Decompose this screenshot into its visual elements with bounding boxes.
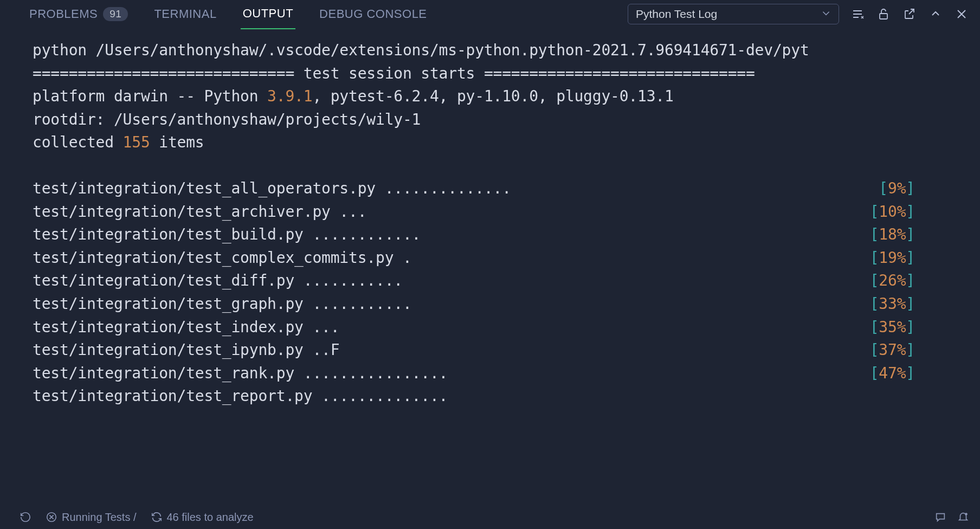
test-progress-value: 37% [879,339,906,362]
problems-count-badge: 91 [103,7,128,21]
test-path: test/integration/test_build.py .........… [33,223,421,247]
test-progress: [ 19%] [870,247,980,270]
status-running-tests[interactable]: Running Tests / [46,511,137,524]
test-result-line: test/integration/test_graph.py .........… [33,293,980,316]
svg-point-2 [965,513,968,515]
test-progress: [ 35%] [870,316,980,339]
status-bar-left: Running Tests / 46 files to analyze [20,511,920,524]
tab-problems-label: PROBLEMS [29,7,98,21]
open-log-file-icon[interactable] [902,7,917,22]
test-progress-value: 35% [879,316,906,339]
test-path: test/integration/test_rank.py ..........… [33,362,448,385]
output-line-platform: platform darwin -- Python 3.9.1, pytest-… [33,85,980,108]
output-line-rootdir: rootdir: /Users/anthonyshaw/projects/wil… [33,108,980,132]
test-result-line: test/integration/test_ipynb.py ..F[ 37%] [33,339,980,362]
test-progress: [ 33%] [870,293,980,316]
status-feedback[interactable] [934,511,946,523]
test-progress-value: 9% [888,177,906,201]
status-bar-right [934,511,969,523]
close-circle-icon [46,511,57,523]
output-cmd-text: python /Users/anthonyshaw/.vscode/extens… [33,39,809,62]
status-files-to-analyze[interactable]: 46 files to analyze [151,511,254,524]
output-content[interactable]: python /Users/anthonyshaw/.vscode/extens… [0,28,980,505]
refresh-icon [151,511,163,523]
test-progress-value: 26% [879,269,906,293]
test-result-line: test/integration/test_diff.py ..........… [33,269,980,293]
tab-debug-console-label: DEBUG CONSOLE [319,7,427,21]
test-result-line: test/integration/test_complex_commits.py… [33,247,980,270]
panel-tab-bar: PROBLEMS 91 TERMINAL OUTPUT DEBUG CONSOL… [0,0,980,28]
tab-problems[interactable]: PROBLEMS 91 [27,0,130,29]
test-path: test/integration/test_graph.py .........… [33,293,412,316]
test-progress-value: 18% [879,223,906,247]
output-blank-line [33,154,980,178]
test-progress-value: 10% [879,201,906,224]
output-channel-selected: Python Test Log [636,8,717,21]
test-path: test/integration/test_complex_commits.py… [33,247,412,270]
test-result-line: test/integration/test_index.py ...[ 35%] [33,316,980,339]
test-progress: [ 10%] [870,201,980,224]
feedback-icon [934,511,946,523]
status-history-button[interactable] [20,511,31,523]
test-progress-value: 33% [879,293,906,316]
test-path: test/integration/test_diff.py ..........… [33,269,403,293]
status-notifications[interactable] [957,511,969,523]
chevron-down-icon [821,8,831,21]
test-progress: [ 9%] [879,177,980,201]
output-line-session-rule: ============================= test sessi… [33,62,980,86]
test-path: test/integration/test_archiver.py ... [33,201,366,224]
status-running-tests-label: Running Tests / [62,511,137,524]
panel-tabs: PROBLEMS 91 TERMINAL OUTPUT DEBUG CONSOL… [27,0,628,29]
test-path: test/integration/test_report.py ........… [33,385,448,408]
output-line-collected: collected 155 items [33,131,980,154]
python-version: 3.9.1 [267,85,312,108]
test-result-line: test/integration/test_all_operators.py .… [33,177,980,201]
test-path: test/integration/test_index.py ... [33,316,339,339]
test-progress-value: 47% [879,362,906,385]
output-channel-select[interactable]: Python Test Log [628,4,839,24]
tab-terminal-label: TERMINAL [154,7,216,21]
lock-scroll-icon[interactable] [876,7,891,22]
test-progress-value: 19% [879,247,906,270]
maximize-panel-icon[interactable] [928,7,943,22]
test-result-line: test/integration/test_rank.py ..........… [33,362,980,385]
output-line-cmd: python /Users/anthonyshaw/.vscode/extens… [33,39,980,62]
tab-output[interactable]: OUTPUT [241,0,295,29]
tab-terminal[interactable]: TERMINAL [152,0,218,29]
test-progress: [ 26%] [870,269,980,293]
collected-count: 155 [123,131,150,154]
test-progress: [ 37%] [870,339,980,362]
test-path: test/integration/test_all_operators.py .… [33,177,511,201]
test-result-line: test/integration/test_report.py ........… [33,385,980,408]
test-progress: [ 47%] [870,362,980,385]
status-bar: Running Tests / 46 files to analyze [0,505,980,529]
tab-output-label: OUTPUT [243,7,293,21]
test-progress: [ 18%] [870,223,980,247]
close-panel-icon[interactable] [954,7,969,22]
tab-debug-console[interactable]: DEBUG CONSOLE [317,0,429,29]
svg-rect-0 [880,14,887,19]
bell-icon [957,511,969,523]
history-icon [20,511,31,523]
status-files-label: 46 files to analyze [167,511,254,524]
clear-output-icon[interactable] [850,7,865,22]
test-path: test/integration/test_ipynb.py ..F [33,339,339,362]
test-result-line: test/integration/test_build.py .........… [33,223,980,247]
test-result-line: test/integration/test_archiver.py ...[ 1… [33,201,980,224]
panel-right-controls: Python Test Log [628,4,969,24]
